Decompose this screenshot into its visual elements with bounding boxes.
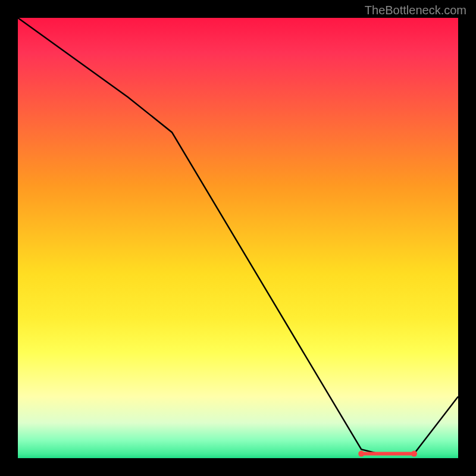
chart-plot-area [18,18,458,458]
chart-svg [18,18,458,458]
curve-line [18,18,458,454]
watermark-text: TheBottleneck.com [365,4,466,17]
marker-band [358,451,417,457]
